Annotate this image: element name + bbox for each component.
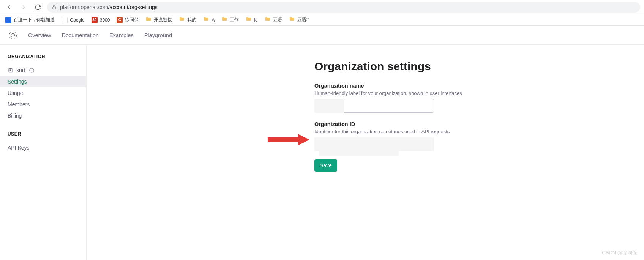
sidebar: ORGANIZATION kurt Settings Usage Members… <box>0 45 87 260</box>
redaction-overlay <box>319 151 399 156</box>
save-button[interactable]: Save <box>314 159 337 172</box>
nav-overview[interactable]: Overview <box>28 32 51 38</box>
sidebar-heading-user: USER <box>0 131 86 142</box>
bookmark-xtb[interactable]: C徐同保 <box>117 17 139 23</box>
watermark: CSDN @徐同保 <box>602 249 637 256</box>
sidebar-item-members[interactable]: Members <box>0 99 86 110</box>
svg-point-1 <box>11 33 15 37</box>
page-title: Organization settings <box>314 60 644 73</box>
org-name-desc: Human-friendly label for your organizati… <box>314 90 644 96</box>
nav-playground[interactable]: Playground <box>144 32 172 38</box>
back-button[interactable] <box>4 2 14 13</box>
bookmark-folder-work[interactable]: 工作 <box>221 16 239 24</box>
nav-documentation[interactable]: Documentation <box>62 32 99 38</box>
organization-icon <box>8 68 13 73</box>
org-id-label: Organization ID <box>314 121 644 127</box>
redaction-overlay <box>314 137 434 151</box>
redaction-overlay <box>314 99 344 113</box>
sidebar-item-settings[interactable]: Settings <box>0 76 86 87</box>
bookmark-folder-le[interactable]: le <box>246 16 257 24</box>
bookmark-folder-a[interactable]: A <box>203 16 215 24</box>
sidebar-item-api-keys[interactable]: API Keys <box>0 142 86 153</box>
nav-examples[interactable]: Examples <box>109 32 134 38</box>
info-icon <box>29 68 35 73</box>
bookmark-folder-mine[interactable]: 我的 <box>179 16 196 24</box>
org-name-label: Organization name <box>314 83 644 89</box>
url-text: platform.openai.com/account/org-settings <box>60 4 158 10</box>
app-top-nav: Overview Documentation Examples Playgrou… <box>0 26 644 45</box>
sidebar-item-billing[interactable]: Billing <box>0 110 86 121</box>
svg-rect-0 <box>53 7 56 9</box>
bookmarks-bar: 🐾百度一下，你就知道 GGoogle 303000 C徐同保 开发链接 我的 A… <box>0 14 644 26</box>
org-id-desc: Identifier for this organization sometim… <box>314 129 644 134</box>
sidebar-org-name: kurt <box>16 67 25 73</box>
main-content: Organization settings Organization name … <box>87 45 644 260</box>
field-organization-name: Organization name Human-friendly label f… <box>314 83 644 113</box>
sidebar-heading-organization: ORGANIZATION <box>0 54 86 65</box>
field-organization-id: Organization ID Identifier for this orga… <box>314 121 644 151</box>
sidebar-item-usage[interactable]: Usage <box>0 87 86 99</box>
bookmark-3000[interactable]: 303000 <box>92 17 110 23</box>
openai-logo-icon[interactable] <box>8 31 17 40</box>
address-bar[interactable]: platform.openai.com/account/org-settings <box>47 2 640 13</box>
reload-button[interactable] <box>33 2 43 13</box>
bookmark-baidu[interactable]: 🐾百度一下，你就知道 <box>5 17 55 23</box>
browser-nav-bar: platform.openai.com/account/org-settings <box>0 0 644 14</box>
lock-icon <box>52 5 57 10</box>
annotation-arrow-icon <box>266 130 311 149</box>
bookmark-folder-devlinks[interactable]: 开发链接 <box>145 16 172 24</box>
bookmark-folder-douyu2[interactable]: 豆语2 <box>289 16 309 24</box>
sidebar-org-selector[interactable]: kurt <box>0 65 86 76</box>
bookmark-google[interactable]: GGoogle <box>62 17 85 23</box>
svg-rect-8 <box>268 137 299 142</box>
bookmark-folder-douyu[interactable]: 豆语 <box>265 16 282 24</box>
forward-button[interactable] <box>18 2 29 13</box>
